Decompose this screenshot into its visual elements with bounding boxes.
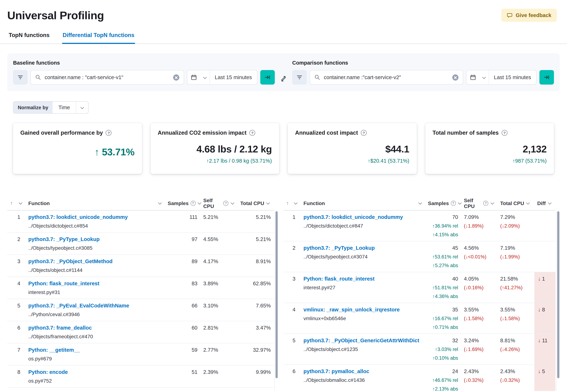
help-icon[interactable]: ? <box>361 130 367 136</box>
table-scrollbar[interactable] <box>275 210 278 391</box>
chevron-down-icon[interactable] <box>76 102 88 113</box>
function-link[interactable]: Python: flask_route_interest <box>28 280 162 287</box>
baseline-table: ↑ Function Samples? Self CPU? Total CPU … <box>7 196 278 391</box>
swap-sides-button[interactable] <box>278 75 289 84</box>
filter-button[interactable] <box>13 70 28 84</box>
rank-diff-cell <box>534 210 555 241</box>
chevron-down-icon[interactable] <box>418 201 422 205</box>
column-header-total-cpu[interactable]: Total CPU <box>237 196 274 210</box>
info-icon[interactable]: ? <box>190 201 195 206</box>
baseline-time-range[interactable]: Last 15 minutes <box>210 70 257 84</box>
info-icon[interactable]: ? <box>223 201 228 206</box>
function-link[interactable]: python3.7: _PyObject_GenericGetAttrWithD… <box>304 337 422 344</box>
column-header-diff[interactable]: Diff <box>534 196 555 210</box>
column-header-samples[interactable]: Samples? <box>165 196 200 210</box>
cost-value: $44.1 <box>295 143 409 155</box>
clear-icon[interactable] <box>173 74 179 80</box>
function-link[interactable]: python3.7: _PyDict_LoadGlobal <box>28 391 162 391</box>
filter-icon <box>17 74 23 80</box>
filter-button[interactable] <box>292 70 307 84</box>
samples-relative-delta: ↑46.67% rel <box>428 377 458 383</box>
column-header-samples[interactable]: Samples? <box>425 196 461 210</box>
chevron-down-icon[interactable] <box>293 201 298 205</box>
self-cpu-cell: 7.09%(↓1.89%) <box>461 210 497 241</box>
tab-differential-topn-functions[interactable]: Differential TopN functions <box>62 28 135 43</box>
rank-cell: 1 <box>7 210 25 232</box>
normalize-value-button[interactable]: Time <box>53 102 76 113</box>
self-cpu-cell: 2.43%(↓0.32%) <box>461 364 497 391</box>
self-cpu-cell: 2.35% <box>200 387 237 391</box>
self-cpu-delta: (↓1.89%) <box>464 222 494 229</box>
chevron-down-icon[interactable] <box>158 201 162 205</box>
function-source: os.py#679 <box>28 355 162 362</box>
chevron-down-icon[interactable] <box>200 70 210 84</box>
chevron-down-icon[interactable] <box>526 201 530 205</box>
function-link[interactable]: python3.7: _PyType_Lookup <box>304 244 422 251</box>
function-link[interactable]: python3.7: lookdict_unicode_nodummy <box>28 214 162 221</box>
chevron-down-icon[interactable] <box>548 201 552 205</box>
samples-cell: 32↑3.03% rel↑0.10% abs <box>425 334 461 364</box>
rank-cell: 3 <box>7 254 25 277</box>
function-link[interactable]: python3.7: _PyType_Lookup <box>28 236 162 243</box>
function-link[interactable]: python3.7: lookdict_unicode_nodummy <box>304 214 422 221</box>
column-header-function[interactable]: Function <box>301 196 425 210</box>
function-cell: Python: flask_route_interestinterest.py#… <box>301 272 425 303</box>
help-icon[interactable]: ? <box>249 130 255 136</box>
total-cpu-delta: (↓4.26%) <box>500 346 531 353</box>
comparison-update-button[interactable] <box>539 70 554 84</box>
column-header-self-cpu[interactable]: Self CPU? <box>200 196 237 210</box>
chevron-down-icon[interactable] <box>230 201 235 205</box>
help-icon[interactable]: ? <box>502 130 508 136</box>
column-header-self-cpu[interactable]: Self CPU? <box>461 196 497 210</box>
scrollbar-thumb[interactable] <box>557 211 559 378</box>
samples-card-title: Total number of samples <box>432 130 499 136</box>
column-header-rank[interactable]: ↑ <box>7 196 25 210</box>
clear-icon[interactable] <box>452 74 458 80</box>
chevron-down-icon[interactable] <box>18 201 23 205</box>
function-link[interactable]: python3.7: frame_dealloc <box>28 324 162 331</box>
function-link[interactable]: vmlinux: _raw_spin_unlock_irqrestore <box>304 306 422 313</box>
tab-topn-functions[interactable]: TopN functions <box>8 28 50 43</box>
help-icon[interactable]: ? <box>106 130 112 136</box>
give-feedback-button[interactable]: Give feedback <box>501 9 557 22</box>
chevron-down-icon[interactable] <box>457 201 462 205</box>
total-cpu-cell: 7.65% <box>237 299 274 321</box>
scrollbar-thumb[interactable] <box>275 211 277 378</box>
function-link[interactable]: Python: __getitem__ <box>28 347 162 353</box>
calendar-icon[interactable] <box>187 70 200 84</box>
filter-icon <box>297 74 302 80</box>
column-header-function[interactable]: Function <box>25 196 165 210</box>
info-icon[interactable]: ? <box>483 201 488 206</box>
summary-cards: Gained overall performance by ? ↑ 53.71%… <box>13 123 554 174</box>
function-link[interactable]: Python: encode <box>28 369 162 376</box>
info-icon[interactable]: ? <box>451 201 456 206</box>
column-header-rank[interactable]: ↑ <box>283 196 301 210</box>
function-link[interactable]: python3.7: pymalloc_alloc <box>304 368 422 375</box>
comparison-query-input[interactable]: container.name :"cart-service-v2" <box>310 70 463 84</box>
samples-cell: 59 <box>165 343 200 365</box>
samples-relative-delta: ↑36.94% rel <box>428 222 458 229</box>
chevron-down-icon[interactable] <box>266 201 270 205</box>
total-cpu-delta: (↓2.09%) <box>500 222 531 229</box>
chevron-down-icon[interactable] <box>490 201 494 205</box>
comparison-time-range[interactable]: Last 15 minutes <box>489 70 536 84</box>
self-cpu-delta: (↓1.58%) <box>464 315 494 322</box>
baseline-query-input[interactable]: container.name : "cart-service-v1" <box>30 70 184 84</box>
function-cell: python3.7: _PyType_Lookup../Objects/type… <box>301 241 425 272</box>
column-header-total-cpu[interactable]: Total CPU <box>497 196 534 210</box>
cost-delta: ↑$20.41 (53.71%) <box>295 158 409 164</box>
rank-cell: 5 <box>7 299 25 321</box>
table-scrollbar[interactable] <box>556 210 560 391</box>
samples-card: Total number of samples ? 2,132 ↑987 (53… <box>425 123 554 174</box>
function-link[interactable]: python3.7: _PyEval_EvalCodeWithName <box>28 302 162 309</box>
chevron-down-icon[interactable] <box>197 201 202 205</box>
baseline-update-button[interactable] <box>260 70 275 84</box>
table-row: 7 Python: __getitem__os.py#679 59 2.77% … <box>7 343 274 365</box>
comparison-label: Comparison functions <box>292 60 554 66</box>
function-link[interactable]: Python: flask_route_interest <box>304 275 422 282</box>
calendar-icon[interactable] <box>466 70 479 84</box>
function-source: os.py#752 <box>28 377 162 384</box>
chevron-down-icon[interactable] <box>479 70 489 84</box>
self-cpu-delta: (↓0.32%) <box>464 377 494 383</box>
function-link[interactable]: python3.7: _PyObject_GetMethod <box>28 258 162 265</box>
